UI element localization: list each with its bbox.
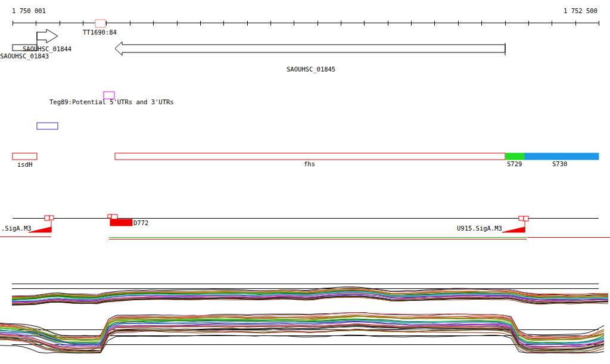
teg89-utr-annotation-label: Teg89:Potential 5'UTRs and 3'UTRs	[49, 99, 174, 105]
sigma-site-label-u915: U915.SigA.M3	[457, 225, 502, 232]
gene-label-saouhsc-01843: SAOUHSC_01843	[0, 53, 49, 60]
expression-panel	[0, 284, 608, 353]
utr-blue-box	[37, 123, 58, 129]
orf-label-isdh: isdH	[17, 161, 32, 168]
orf-label-fhs: fhs	[304, 161, 315, 167]
tt1690-annotation-box	[95, 20, 105, 27]
gene-arrow-saouhsc-01844	[37, 29, 58, 43]
gene-label-saouhsc-01844: SAOUHSC_01844	[23, 46, 71, 52]
tt1690-annotation-label: TT1690:84	[83, 29, 117, 36]
orf-box-isdh	[13, 153, 37, 160]
orf-box-s730	[525, 153, 599, 160]
orf-label-s730: S730	[552, 161, 567, 167]
orf-box-s729	[506, 153, 525, 160]
gene-arrow-saouhsc-01845	[115, 42, 505, 55]
genome-browser-view: 1 750 001 1 752 500 TT1690:84 SAOUHSC_01…	[0, 0, 610, 364]
orf-label-s729: S729	[507, 161, 522, 167]
sigma-site-label-left: .SigA.M3	[1, 225, 32, 232]
ruler-start-coordinate: 1 750 001	[12, 8, 46, 14]
orf-box-fhs	[115, 153, 505, 160]
terminator-label-d772: D772	[133, 220, 148, 226]
ruler-end-coordinate: 1 752 500	[564, 8, 597, 14]
gene-label-saouhsc-01845: SAOUHSC_01845	[287, 66, 335, 73]
siga-signal-track	[13, 214, 599, 232]
browser-canvas	[0, 0, 610, 364]
